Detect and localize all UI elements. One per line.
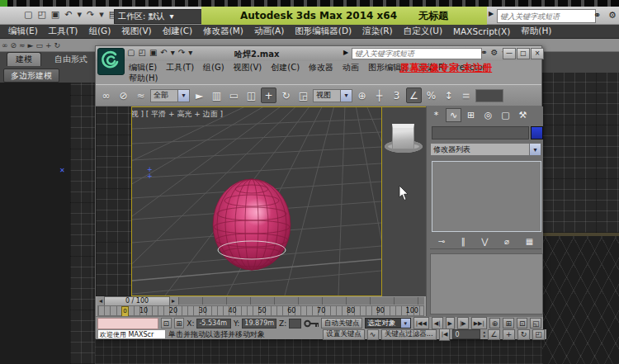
max-logo[interactable] [97,48,125,75]
tab-create-icon[interactable]: * [428,108,444,122]
menu-edit[interactable]: 编辑(E) [8,26,38,37]
selection-set-dropdown[interactable]: 选定对象 ▾ [365,318,410,329]
snaps-toggle-icon[interactable]: 3 [389,87,404,103]
percent-snap-icon[interactable]: % [423,87,439,103]
set-keys-key-icon[interactable] [304,319,319,329]
maximize-button[interactable]: □ [517,48,530,59]
menu-animation[interactable]: 动画 [343,62,359,73]
tab-motion-icon[interactable]: ◎ [480,108,496,122]
menu-create[interactable]: 创建(C) [163,26,193,37]
key-filters-button[interactable]: 关键点过滤器... [381,329,437,340]
maxscript-mini-listener[interactable]: 欢迎使用 MAXScr [97,329,166,339]
redo-caret-icon[interactable]: ▾ [98,9,105,20]
select-scale-icon[interactable]: ◲ [295,87,311,103]
x-coordinate-field[interactable]: -5.534m [196,319,231,329]
unlink-icon[interactable]: ⊘ [11,41,17,50]
maximize-viewport-icon[interactable]: ◰ [532,329,545,340]
configure-sets-icon[interactable]: ▦ [526,237,533,246]
tab-display-icon[interactable]: ▢ [498,108,513,122]
link-icon[interactable]: ∞ [2,41,8,50]
select-rotate-icon[interactable]: ↻ [278,87,294,103]
go-to-frame-start-icon[interactable]: |◀ [439,329,451,341]
menu-customize[interactable]: 自定义(U) [404,26,442,37]
search-flyout-icon[interactable]: ▶ [343,49,348,56]
menu-maxscript[interactable]: MAXScript(X) [453,26,510,36]
outer-viewport-bottom-right[interactable] [542,236,619,364]
orbit-icon[interactable]: ↻ [517,329,530,340]
menu-create[interactable]: 创建(C) [271,62,300,73]
set-key-button[interactable]: 设置关键点 [323,329,365,340]
maxscript-macro-line[interactable] [97,318,158,329]
menu-group[interactable]: 组(G) [88,26,111,37]
go-to-start-button[interactable]: |◀◀ [413,317,429,329]
menu-tools[interactable]: 工具(T) [49,26,78,37]
coord-system-dropdown[interactable]: 视图 ▾ [313,89,352,102]
use-center-icon[interactable]: ⊕ [354,87,370,103]
tab-utilities-icon[interactable]: ⚒ [515,108,531,122]
spinner-snap-icon[interactable]: ↕ [441,87,456,103]
close-button[interactable]: × [531,48,544,59]
time-back-icon[interactable]: ◂ [97,297,104,305]
redo-icon[interactable]: ↷ [178,48,185,57]
outer-search-input[interactable] [497,9,596,23]
save-icon[interactable]: ▣ [50,9,60,20]
spinner-down-icon[interactable]: ▾ [483,334,485,338]
track-bar[interactable]: 0 10 20 30 40 50 60 70 80 90 100 [97,305,424,316]
pan-icon[interactable]: + [503,329,515,340]
viewcube[interactable] [392,124,414,149]
menu-graph-editors[interactable]: 图形编辑器(D) [295,26,352,37]
fov-icon[interactable]: ∠ [488,329,500,340]
undo-caret-icon[interactable]: ▾ [76,9,83,20]
region-icon[interactable]: ▭ [36,41,44,50]
tab-modify-icon[interactable]: ∿ [446,108,461,122]
wrench-icon[interactable]: ⚙ [490,48,498,57]
select-icon[interactable]: ► [28,41,34,50]
ribbon-tab-modeling[interactable]: 建模 [7,52,41,66]
modifier-stack-list[interactable] [432,161,541,232]
minimize-button[interactable]: — [503,48,516,59]
move-icon[interactable]: + [45,41,52,50]
rect-selection-icon[interactable]: ▭ [226,87,242,103]
object-color-swatch[interactable] [531,126,543,139]
menu-edit[interactable]: 编辑(E) [129,62,157,73]
angle-snap-icon[interactable]: ∠ [406,87,422,103]
menu-help[interactable]: 帮助(H) [129,73,158,84]
redo-caret-icon[interactable]: ▾ [188,48,192,57]
window-crossing-icon[interactable]: ◫ [243,87,259,103]
search-flyout-icon[interactable]: ▶ [489,10,494,17]
z-coordinate-field[interactable] [289,319,301,329]
absolute-mode-icon[interactable]: ⊞ [174,318,185,329]
menu-tools[interactable]: 工具(T) [166,62,194,73]
next-frame-button[interactable]: |▶ [457,317,469,329]
menu-views[interactable]: 视图(V) [234,62,262,73]
outer-viewport-top-right[interactable] [542,73,619,233]
zoom-extents-all-icon[interactable]: ◱ [530,318,541,329]
named-selection-icon[interactable]: ≡ [458,87,474,103]
remove-modifier-icon[interactable]: ⌀ [504,237,509,246]
unlink-icon[interactable]: ⊘ [116,87,131,103]
menu-modifiers[interactable]: 修改器 [309,62,333,73]
select-manipulate-icon[interactable]: ┼ [371,87,387,103]
tab-hierarchy-icon[interactable]: ⊞ [463,108,479,122]
go-to-end-button[interactable]: ▶▶| [471,317,487,329]
save-icon[interactable]: ▣ [149,48,157,57]
open-icon[interactable]: ◰ [138,48,145,57]
viewport-left-strip[interactable] [96,106,131,296]
time-forward-icon[interactable]: ▸ [170,297,177,305]
modifier-list-dropdown[interactable]: 修改器列表 ▾ [430,143,541,156]
select-move-icon[interactable]: + [261,87,276,103]
workspace-dropdown[interactable]: 工作区: 默认 ▾ [114,9,205,24]
search-binoculars-icon[interactable]: ⚭ [480,48,487,57]
menu-help[interactable]: 帮助(H) [521,26,551,37]
menu-group[interactable]: 组(G) [203,62,224,73]
open-icon[interactable]: ◰ [36,9,46,20]
zoom-all-icon[interactable]: ⊞ [503,318,514,329]
object-name-field[interactable] [432,126,529,139]
selection-filter-dropdown[interactable]: 全部 ▾ [150,89,190,102]
select-object-icon[interactable]: ► [191,87,207,103]
sphere-object[interactable] [211,177,292,272]
new-icon[interactable]: ▢ [23,9,33,20]
select-by-name-icon[interactable]: ▥ [209,87,224,103]
current-frame-field[interactable]: 0 [452,329,480,339]
undo-icon[interactable]: ↶ [160,48,167,57]
